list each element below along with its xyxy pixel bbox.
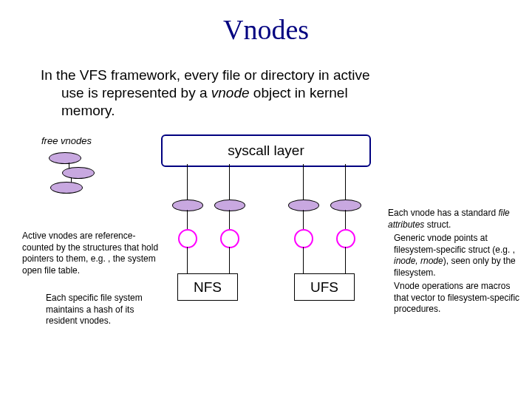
free-vnode-disc — [50, 182, 83, 194]
fs-specific-ring — [336, 229, 355, 248]
connector-line — [229, 164, 230, 200]
vnode-disc — [288, 200, 319, 211]
intro-line-3: memory. — [41, 102, 454, 120]
note-text: struct. — [424, 219, 451, 230]
free-vnode-disc — [49, 152, 81, 164]
intro-line-2a: use is represented by a — [61, 85, 211, 100]
ufs-box: UFS — [294, 273, 355, 301]
nfs-box: NFS — [177, 273, 238, 301]
fs-specific-ring — [294, 229, 313, 248]
note-vnode-ops: Vnode operations are macros that vector … — [394, 281, 523, 316]
connector-line — [303, 164, 304, 200]
free-vnode-disc — [62, 167, 95, 179]
connector-line — [345, 247, 346, 273]
note-em: inode, rnode — [394, 256, 443, 266]
vnode-disc — [172, 200, 203, 211]
free-vnodes-label: free vnodes — [41, 135, 92, 146]
intro-line-2b: object in kernel — [250, 85, 348, 100]
vnode-disc — [214, 200, 245, 211]
connector-line — [345, 210, 346, 229]
connector-line — [303, 247, 304, 273]
note-file-attributes: Each vnode has a standard file attribute… — [388, 208, 525, 231]
note-active-vnodes: Active vnodes are reference-counted by t… — [22, 231, 159, 276]
intro-paragraph: In the VFS framework, every file or dire… — [41, 66, 454, 119]
note-generic-vnode: Generic vnode points at filesystem-speci… — [394, 233, 523, 279]
connector-line — [187, 210, 188, 229]
syscall-layer-box: syscall layer — [161, 134, 371, 167]
intro-vnode-em: vnode — [211, 85, 250, 100]
note-each-fs-hash: Each specific file system maintains a ha… — [46, 293, 157, 327]
note-text: Each vnode has a standard — [388, 208, 498, 218]
fs-specific-ring — [178, 229, 197, 248]
intro-line-1: In the VFS framework, every file or dire… — [41, 67, 370, 83]
connector-line — [229, 247, 230, 273]
page-title: Vnodes — [0, 13, 532, 46]
connector-line — [303, 210, 304, 229]
connector-line — [187, 247, 188, 273]
connector-line — [229, 210, 230, 229]
connector-line — [187, 164, 188, 200]
fs-specific-ring — [220, 229, 239, 248]
vnode-disc — [330, 200, 361, 211]
note-text: Generic vnode points at filesystem-speci… — [394, 233, 515, 255]
connector-line — [345, 164, 346, 200]
